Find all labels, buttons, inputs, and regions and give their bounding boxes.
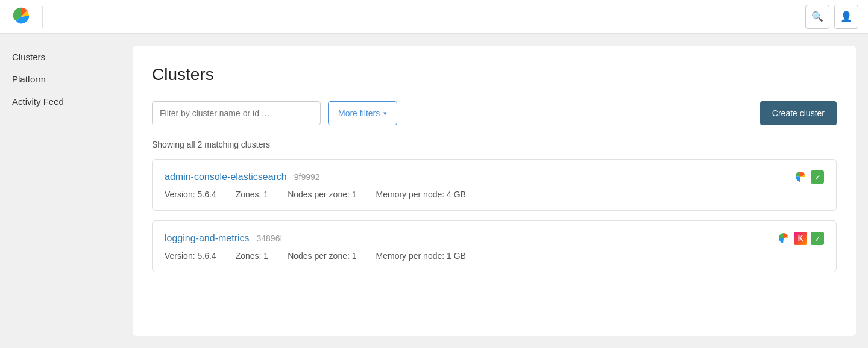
main-layout: Clusters Platform Activity Feed Clusters…	[0, 34, 868, 348]
user-profile-button[interactable]: 👤	[834, 5, 858, 29]
cluster-header-1: admin-console-elasticsearch 9f9992	[165, 170, 824, 184]
cluster-version-1: Version: 5.6.4	[165, 190, 216, 199]
cluster-id-2: 34896f	[257, 234, 283, 243]
cluster-id-1: 9f9992	[294, 172, 320, 182]
cluster-icons-1: ✓	[794, 170, 824, 184]
topbar-actions: 🔍 👤	[805, 5, 858, 29]
page-title: Clusters	[152, 65, 837, 84]
sidebar-item-clusters[interactable]: Clusters	[0, 46, 121, 68]
cluster-memory-2: Memory per node: 1 GB	[376, 251, 466, 261]
cluster-memory-1: Memory per node: 4 GB	[376, 190, 466, 199]
sidebar: Clusters Platform Activity Feed	[0, 34, 121, 348]
sidebar-item-platform[interactable]: Platform	[0, 68, 121, 90]
cluster-zones-2: Zones: 1	[236, 251, 269, 261]
create-cluster-button[interactable]: Create cluster	[760, 101, 837, 125]
user-icon: 👤	[840, 11, 852, 22]
status-check-icon-1: ✓	[811, 170, 824, 184]
search-button[interactable]: 🔍	[805, 5, 829, 29]
cluster-meta-2: Version: 5.6.4 Zones: 1 Nodes per zone: …	[165, 251, 824, 261]
chevron-down-icon: ▾	[383, 110, 387, 117]
cluster-card-2[interactable]: logging-and-metrics 34896f	[152, 220, 837, 272]
topbar: 🔍 👤	[0, 0, 868, 34]
cluster-version-2: Version: 5.6.4	[165, 251, 216, 261]
toolbar: More filters ▾ Create cluster	[152, 101, 837, 125]
more-filters-button[interactable]: More filters ▾	[328, 101, 397, 125]
cluster-card-1[interactable]: admin-console-elasticsearch 9f9992	[152, 159, 837, 211]
craft-icon-2	[777, 232, 790, 245]
cluster-name-2[interactable]: logging-and-metrics	[165, 233, 250, 244]
cluster-zones-1: Zones: 1	[236, 190, 269, 199]
cluster-nodes-2: Nodes per zone: 1	[288, 251, 356, 261]
topbar-divider	[42, 6, 43, 28]
cluster-name-1[interactable]: admin-console-elasticsearch	[165, 172, 287, 182]
cluster-header-2: logging-and-metrics 34896f	[165, 232, 824, 245]
k-icon-2: K	[794, 232, 807, 245]
content-card: Clusters More filters ▾ Create cluster S…	[133, 46, 856, 336]
cluster-nodes-1: Nodes per zone: 1	[288, 190, 356, 199]
status-check-icon-2: ✓	[811, 232, 824, 245]
craft-icon-1	[794, 170, 807, 184]
results-count: Showing all 2 matching clusters	[152, 140, 837, 149]
search-icon: 🔍	[811, 11, 823, 22]
sidebar-item-activity-feed[interactable]: Activity Feed	[0, 90, 121, 113]
cluster-icons-2: K ✓	[777, 232, 824, 245]
cluster-filter-input[interactable]	[152, 101, 321, 125]
app-logo	[10, 5, 33, 28]
content-area: Clusters More filters ▾ Create cluster S…	[121, 34, 868, 348]
cluster-meta-1: Version: 5.6.4 Zones: 1 Nodes per zone: …	[165, 190, 824, 199]
